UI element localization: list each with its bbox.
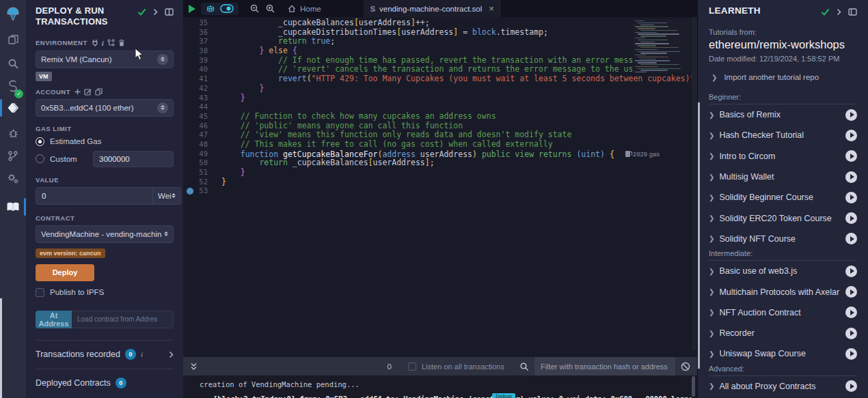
deploy-run-icon[interactable] xyxy=(0,98,26,118)
tab-home[interactable]: Home xyxy=(281,0,328,17)
tutorial-item[interactable]: ❯NFT Auction Contract xyxy=(709,302,857,323)
tutorial-item[interactable]: ❯Solidity NFT Course xyxy=(709,229,857,249)
panel-scrollbar[interactable] xyxy=(0,298,2,398)
settings-icon[interactable] xyxy=(0,168,26,188)
chevron-right-icon[interactable] xyxy=(153,8,158,16)
line-number[interactable]: 37 xyxy=(183,37,215,46)
tutorial-item[interactable]: ❯Recorder xyxy=(709,323,857,343)
line-number[interactable]: 53 xyxy=(183,186,215,196)
line-number[interactable]: 46 xyxy=(183,122,215,131)
play-tutorial-button[interactable] xyxy=(845,109,857,121)
tutorial-item[interactable]: ❯Uniswap Swap Course xyxy=(709,343,857,364)
solidity-compiler-icon[interactable]: ✓ xyxy=(0,76,26,97)
line-number[interactable]: 35 xyxy=(183,18,215,28)
ban-icon[interactable] xyxy=(681,362,690,371)
code-line[interactable]: // 'revert' cancels the transaction and … xyxy=(215,65,697,74)
collapse-icon[interactable] xyxy=(190,363,198,371)
play-tutorial-button[interactable] xyxy=(845,286,857,298)
play-tutorial-button[interactable] xyxy=(845,307,857,318)
play-tutorial-button[interactable] xyxy=(845,192,857,203)
tutorial-item[interactable]: ❯Intro to Circom xyxy=(709,146,857,167)
line-number[interactable]: 38 xyxy=(183,46,215,56)
play-tutorial-button[interactable] xyxy=(845,266,857,277)
play-tutorial-button[interactable] xyxy=(845,348,857,360)
plus-icon[interactable] xyxy=(74,89,81,95)
editor-vscrollbar[interactable] xyxy=(692,17,697,350)
trash-icon[interactable] xyxy=(118,39,125,46)
fork-icon[interactable] xyxy=(107,39,115,46)
debugger-icon[interactable] xyxy=(0,123,26,143)
value-input[interactable] xyxy=(36,187,153,205)
close-icon[interactable]: × xyxy=(489,3,494,14)
code-line[interactable]: return true; xyxy=(215,37,697,46)
contract-select[interactable]: VendingMachine - vending-machin xyxy=(36,225,174,243)
code-line[interactable]: } xyxy=(215,84,697,94)
deployed-contracts-row[interactable]: Deployed Contracts 0 xyxy=(36,369,174,397)
tutorial-item[interactable]: ❯Multichain Protocols with Axelar xyxy=(709,281,857,302)
play-tutorial-button[interactable] xyxy=(845,130,857,141)
code-line[interactable]: // If not enough time has passed, revert… xyxy=(215,56,697,66)
line-number[interactable]: 47 xyxy=(183,130,215,140)
code-line[interactable]: // Function to check how many cupcakes a… xyxy=(215,112,697,122)
custom-gas-radio[interactable] xyxy=(36,154,44,163)
code-line[interactable]: return _cupcakeBalances[userAddress]; xyxy=(215,158,697,168)
remix-logo-icon[interactable] xyxy=(0,4,26,25)
tutorial-item[interactable]: ❯Basic use of web3.js xyxy=(709,261,857,281)
code-line[interactable] xyxy=(215,186,697,196)
breakpoint-dot[interactable] xyxy=(187,188,193,195)
play-tutorial-button[interactable] xyxy=(845,380,857,392)
info-icon[interactable]: i xyxy=(141,350,143,358)
git-icon[interactable] xyxy=(0,145,26,166)
line-number[interactable]: 48 xyxy=(183,140,215,150)
at-address-input[interactable] xyxy=(72,311,174,328)
plug-icon[interactable] xyxy=(92,39,98,46)
minimap[interactable] xyxy=(632,19,690,72)
zoom-out-icon[interactable] xyxy=(249,3,260,14)
chevron-right-icon[interactable] xyxy=(169,351,174,358)
tutorial-item[interactable]: ❯All about Proxy Contracts xyxy=(709,376,857,397)
line-number[interactable]: 51 xyxy=(183,168,215,177)
chevron-right-icon[interactable] xyxy=(837,8,841,16)
line-number[interactable]: 45 xyxy=(183,112,215,122)
learneth-icon[interactable] xyxy=(0,197,26,217)
listen-checkbox[interactable] xyxy=(408,363,416,371)
play-icon[interactable] xyxy=(189,5,195,13)
line-number[interactable]: 39 xyxy=(183,56,215,66)
code-line[interactable]: revert("HTTP 429: Too Many Cupcakes (you… xyxy=(215,74,697,84)
terminal-filter-input[interactable] xyxy=(534,357,675,375)
import-repo-toggle[interactable]: ❯ Import another tutorial repo xyxy=(709,73,857,81)
code-area[interactable]: 35363738394041424344454647484950515253 _… xyxy=(183,17,697,350)
custom-gas-input[interactable] xyxy=(93,151,174,167)
play-tutorial-button[interactable] xyxy=(845,328,857,339)
line-number[interactable]: 41 xyxy=(183,74,215,84)
learneth-scrollbar[interactable] xyxy=(698,102,700,369)
search-icon[interactable] xyxy=(0,53,26,74)
tutorial-item[interactable]: ❯Solidity ERC20 Token Course xyxy=(709,208,857,228)
tab-file[interactable]: S vending-machine-contract.sol × xyxy=(364,0,501,17)
account-select[interactable]: 0x5B3...eddC4 (100 ether) xyxy=(36,99,174,117)
code-line[interactable]: // 'view' means this function only reads… xyxy=(215,130,697,140)
search-icon[interactable] xyxy=(519,362,529,371)
line-number[interactable]: 49 xyxy=(183,150,215,159)
toggle-icon[interactable] xyxy=(220,4,234,13)
line-number[interactable]: 42 xyxy=(183,84,215,94)
at-address-button[interactable]: At Address xyxy=(36,311,72,328)
line-number[interactable]: 36 xyxy=(183,28,215,38)
panel-icon[interactable] xyxy=(165,8,174,16)
line-number[interactable]: 52 xyxy=(183,177,215,187)
tutorial-item[interactable]: ❯Hash Checker Tutorial xyxy=(709,125,857,145)
info-icon[interactable]: i xyxy=(102,39,105,47)
line-number[interactable]: 40 xyxy=(183,65,215,74)
tutorial-item[interactable]: ❯Basics of Remix xyxy=(709,104,857,125)
play-tutorial-button[interactable] xyxy=(845,171,857,183)
tutorial-item[interactable]: ❯Solidity Beginner Course xyxy=(709,187,857,208)
code-line[interactable]: } else { xyxy=(215,46,697,56)
code-line[interactable]: } xyxy=(215,177,697,187)
line-number[interactable]: 43 xyxy=(183,94,215,103)
estimated-gas-radio[interactable] xyxy=(36,137,44,146)
play-tutorial-button[interactable] xyxy=(845,212,857,224)
robot-icon[interactable] xyxy=(206,4,215,14)
code-line[interactable]: } xyxy=(215,168,697,177)
code-line[interactable]: function getCupcakeBalanceFor(address us… xyxy=(215,150,697,159)
terminal-scrollbar[interactable] xyxy=(692,376,695,397)
